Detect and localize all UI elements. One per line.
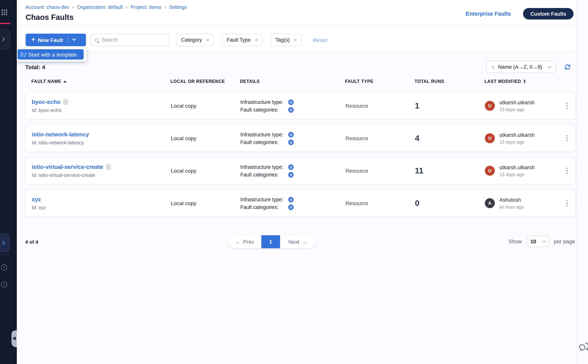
breadcrumb-settings[interactable]: Settings xyxy=(169,4,187,10)
chip-label: Tag(s) xyxy=(275,37,290,43)
modified-by: utkarsh.utkarsh xyxy=(499,132,535,138)
pagination-count: 4 of 4 xyxy=(25,239,38,245)
current-page-button[interactable]: 1 xyxy=(261,235,280,248)
filter-chip-category[interactable]: Category × xyxy=(176,34,214,46)
chevron-down-icon xyxy=(542,239,546,242)
breadcrumb: Account: chaos-dev › Organization: defau… xyxy=(26,4,187,10)
modified-by: Ashutosh xyxy=(499,197,524,203)
kubernetes-icon xyxy=(288,196,294,202)
per-page-select[interactable]: 10 xyxy=(527,236,549,247)
info-icon[interactable]: i xyxy=(1,264,7,270)
breadcrumb-account[interactable]: Account: chaos-dev xyxy=(26,4,69,10)
right-gutter xyxy=(577,0,588,364)
col-local-or-reference: LOCAL OR REFERENCE xyxy=(170,79,240,84)
row-menu-button[interactable] xyxy=(563,103,571,109)
fault-id: Id: istio-network-latency xyxy=(32,140,171,145)
total-count-label: Total: 4 xyxy=(25,64,45,70)
fault-categories-label: Fault categories: xyxy=(240,139,288,145)
kubernetes-icon xyxy=(288,99,294,105)
page-header: Account: chaos-dev › Organization: defau… xyxy=(17,0,576,26)
support-chat-icon[interactable] xyxy=(578,342,588,354)
main-panel: Account: chaos-dev › Organization: defau… xyxy=(17,0,577,364)
search-input[interactable] xyxy=(102,37,164,43)
module-indicator xyxy=(0,23,10,24)
fault-categories-label: Fault categories: xyxy=(240,172,288,177)
fault-list: byoc-echo Id: byoc-echo Local copy Infra… xyxy=(25,92,576,222)
filter-chip-tags[interactable]: Tag(s) × xyxy=(270,34,302,46)
avatar: U xyxy=(485,133,495,143)
fault-type-value: Resource xyxy=(345,103,415,109)
row-menu-button[interactable] xyxy=(563,168,571,174)
fault-id: Id: byoc-echo xyxy=(32,107,171,113)
new-fault-label: New Fault xyxy=(38,37,63,43)
modified-by: utkarsh.utkarsh xyxy=(499,99,535,105)
kubernetes-icon xyxy=(288,172,294,177)
col-last-modified[interactable]: LAST MODIFIED xyxy=(484,79,559,84)
button-divider xyxy=(68,37,68,43)
fault-type-value: Resource xyxy=(345,135,415,141)
copy-doc-icon[interactable] xyxy=(106,164,111,169)
filter-chip-fault-type[interactable]: Fault Type × xyxy=(222,34,263,46)
fault-id: Id: xyz xyxy=(32,205,171,210)
sort-asc-icon xyxy=(64,80,67,82)
template-icon xyxy=(21,52,25,57)
breadcrumb-organization[interactable]: Organization: default xyxy=(77,4,123,10)
toolbar: + New Fault Category × Fault Type × Tag(… xyxy=(26,34,327,46)
modified-by: utkarsh.utkarsh xyxy=(499,164,535,170)
show-label: Show xyxy=(508,238,522,244)
new-fault-button[interactable]: + New Fault xyxy=(26,34,86,46)
fault-name-link[interactable]: istio-virtual-service-create xyxy=(32,163,103,170)
prev-page-button[interactable]: ← Prev xyxy=(228,235,261,248)
chip-label: Fault Type xyxy=(227,37,251,43)
search-icon xyxy=(95,38,98,42)
next-page-button[interactable]: Next → xyxy=(280,235,316,248)
expand-sidebar-button[interactable] xyxy=(0,29,10,49)
col-fault-name[interactable]: FAULT NAME xyxy=(31,79,170,84)
close-icon[interactable]: × xyxy=(255,37,258,43)
fault-name-link[interactable]: byoc-echo xyxy=(32,98,60,105)
fault-categories-label: Fault categories: xyxy=(240,107,288,112)
content-area: Total: 4 ↑↓ Name (A→Z, 0→9) xyxy=(17,51,576,364)
chevron-down-icon[interactable] xyxy=(72,37,76,41)
app-grid-icon[interactable] xyxy=(1,10,7,15)
col-total-runs: TOTAL RUNS xyxy=(415,79,484,84)
fault-name-link[interactable]: istio-network-latency xyxy=(32,131,89,137)
close-icon[interactable]: × xyxy=(206,37,209,43)
expand-nav-button[interactable] xyxy=(0,233,10,253)
chevron-sep-icon: › xyxy=(126,4,128,10)
total-runs-value: 4 xyxy=(415,134,485,143)
local-or-reference-value: Local copy xyxy=(171,168,240,174)
copy-doc-icon[interactable] xyxy=(63,99,68,104)
sort-select[interactable]: ↑↓ Name (A→Z, 0→9) xyxy=(486,61,556,73)
row-menu-button[interactable] xyxy=(563,200,571,207)
chevron-sep-icon: › xyxy=(164,4,166,10)
table-row[interactable]: byoc-echo Id: byoc-echo Local copy Infra… xyxy=(25,92,576,120)
arrow-right-icon: → xyxy=(302,239,307,245)
local-or-reference-value: Local copy xyxy=(171,103,240,109)
enterprise-faults-link[interactable]: Enterprise Faults xyxy=(466,11,511,17)
infra-type-label: Infrastructure type: xyxy=(240,99,288,105)
search-box xyxy=(91,34,169,46)
arrow-left-icon: ← xyxy=(235,239,240,245)
breadcrumb-project[interactable]: Project: demo xyxy=(131,4,161,10)
chevron-down-icon xyxy=(548,64,551,68)
table-header-row: FAULT NAME LOCAL OR REFERENCE DETAILS FA… xyxy=(25,79,576,84)
sort-both-icon xyxy=(523,79,526,83)
reset-filters-button[interactable]: Reset xyxy=(313,37,327,43)
close-icon[interactable]: × xyxy=(294,37,297,43)
custom-faults-button[interactable]: Custom Faults xyxy=(523,8,574,20)
help-icon[interactable]: i xyxy=(1,281,7,288)
page-title: Chaos Faults xyxy=(26,13,73,22)
fault-name-link[interactable]: xyz xyxy=(32,196,41,202)
fault-type-value: Resource xyxy=(345,168,415,174)
chevron-right-icon xyxy=(0,241,5,245)
row-menu-button[interactable] xyxy=(563,135,571,142)
start-with-template-item[interactable]: Start with a template xyxy=(18,49,84,60)
table-row[interactable]: istio-network-latency Id: istio-network-… xyxy=(25,124,576,152)
total-runs-value: 11 xyxy=(415,166,485,175)
total-runs-value: 0 xyxy=(415,199,485,208)
table-row[interactable]: xyz Id: xyz Local copy Infrastructure ty… xyxy=(25,189,576,217)
table-row[interactable]: istio-virtual-service-create Id: istio-v… xyxy=(25,157,576,184)
collapse-handle[interactable] xyxy=(12,330,17,347)
refresh-button[interactable] xyxy=(564,64,571,70)
